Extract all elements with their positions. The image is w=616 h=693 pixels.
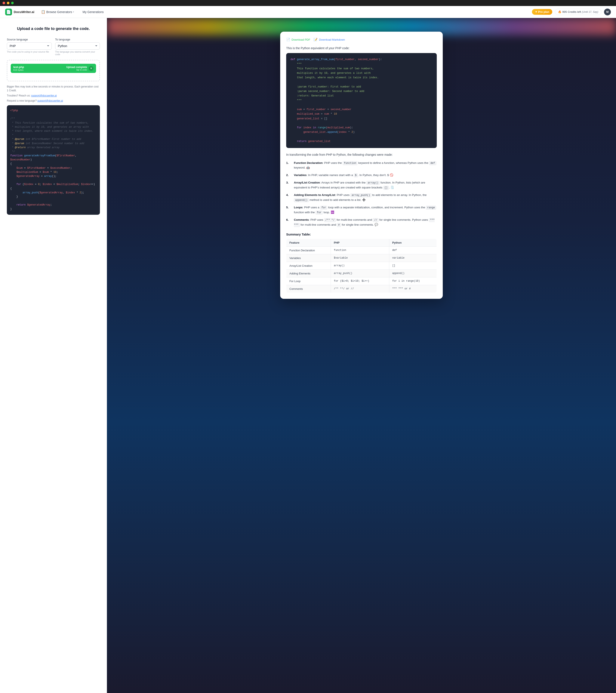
pro-plan-label: ✦ Pro plan xyxy=(535,10,549,14)
upload-complete-label: Upload complete xyxy=(66,66,87,69)
change-text-3: Array/List Creation: Arrays in PHP are c… xyxy=(294,180,437,190)
table-row: Variables $variable variable xyxy=(286,254,437,262)
page-title: Upload a code file to generate the code. xyxy=(7,26,100,31)
chevron-down-icon: ▾ xyxy=(73,11,74,13)
close-btn[interactable] xyxy=(3,2,5,4)
download-markdown-button[interactable]: 📝 Download Markdown xyxy=(314,38,345,41)
result-card: 📄 Download PDF 📝 Download Markdown This … xyxy=(280,32,443,299)
notice-credits: Bigger files may took a few seconds or m… xyxy=(7,85,100,93)
change-item-6: Comments: PHP uses /** */ for multi-line… xyxy=(286,218,437,227)
changes-list: Function Declaration: PHP uses the funct… xyxy=(286,161,437,227)
support-link-2[interactable]: support@docuwriter.ai xyxy=(37,99,63,102)
download-pdf-label: Download PDF xyxy=(292,38,310,41)
table-cell-python: [] xyxy=(389,262,437,270)
credits-until: (Until 17, Sep) xyxy=(582,11,598,14)
change-text-6: Comments: PHP uses /** */ for multi-line… xyxy=(294,218,437,227)
table-cell-feature: Comments xyxy=(286,285,331,293)
upload-file-row: test.php 616 bytes Upload complete tap t… xyxy=(11,64,96,73)
table-cell-feature: Adding Elements xyxy=(286,270,331,277)
summary-table: Feature PHP Python Function Declaration … xyxy=(286,239,437,293)
notice-new-language: Request a new language? support@docuwrit… xyxy=(7,99,100,103)
summary-label: Summary Table: xyxy=(286,233,437,236)
main-layout: Upload a code file to generate the code.… xyxy=(0,18,616,693)
maximize-btn[interactable] xyxy=(11,2,14,4)
upload-file-name: test.php xyxy=(13,65,24,69)
change-item-1: Function Declaration: PHP uses the funct… xyxy=(286,161,437,171)
upload-tap-label: tap to undo xyxy=(66,69,87,71)
fire-icon: 🔥 xyxy=(558,10,561,14)
table-cell-php: function xyxy=(331,246,389,254)
pdf-icon: 📄 xyxy=(286,38,290,41)
result-actions: 📄 Download PDF 📝 Download Markdown xyxy=(286,38,437,41)
my-generations-label: My Generations xyxy=(83,10,104,14)
minimize-btn[interactable] xyxy=(7,2,9,4)
upload-area[interactable]: test.php 616 bytes Upload complete tap t… xyxy=(7,60,100,81)
source-language-group: Source language PHP JavaScript Python Th… xyxy=(7,38,52,56)
result-description: This is the Python equivalent of your PH… xyxy=(286,46,437,51)
upload-status: Upload complete tap to undo ✕ xyxy=(66,66,94,71)
browse-icon: 📋 xyxy=(41,10,45,14)
table-cell-php: $variable xyxy=(331,254,389,262)
to-language-select[interactable]: Python JavaScript PHP xyxy=(55,42,100,50)
pro-plan-button[interactable]: ✦ Pro plan xyxy=(532,9,552,15)
change-text-2: Variables: In PHP, variable names start … xyxy=(294,173,393,178)
table-cell-php: for ($i=0; $i<10; $i++) xyxy=(331,277,389,285)
table-row: For Loop for ($i=0; $i<10; $i++) for i i… xyxy=(286,277,437,285)
change-item-2: Variables: In PHP, variable names start … xyxy=(286,173,437,178)
md-icon: 📝 xyxy=(314,38,318,41)
change-text-1: Function Declaration: PHP uses the funct… xyxy=(294,161,437,171)
browse-label: Browse Generators xyxy=(46,10,72,14)
change-item-5: Loops: PHP uses a for loop with a separa… xyxy=(286,205,437,215)
change-item-4: Adding Elements to Array/List: PHP uses … xyxy=(286,193,437,202)
source-code-block: <?php /** * This function calculates the… xyxy=(7,105,100,215)
table-cell-php: /** **/ or // xyxy=(331,285,389,293)
table-cell-feature: Array/List Creation xyxy=(286,262,331,270)
notice-support: Troubles? Reach us: support@docuwriter.a… xyxy=(7,94,100,98)
right-panel: 📄 Download PDF 📝 Download Markdown This … xyxy=(107,18,616,693)
to-language-hint: The language you wanna convert your code xyxy=(55,51,100,56)
support-link-1[interactable]: support@docuwriter.ai xyxy=(31,94,57,97)
upload-file-info: test.php 616 bytes xyxy=(13,65,24,71)
download-pdf-button[interactable]: 📄 Download PDF xyxy=(286,38,310,41)
credits-count: 995 Credits left xyxy=(562,10,581,14)
upload-remove-button[interactable]: ✕ xyxy=(89,66,94,71)
navbar-right: ✦ Pro plan 🔥 995 Credits left (Until 17,… xyxy=(532,8,611,15)
table-header-row: Feature PHP Python xyxy=(286,239,437,246)
python-code-block: def generate_array_from_sum(first_number… xyxy=(286,53,437,148)
table-row: Function Declaration function def xyxy=(286,246,437,254)
logo-text: DocuWriter.ai xyxy=(14,10,34,14)
table-row: Adding Elements array_push() append() xyxy=(286,270,437,277)
change-text-4: Adding Elements to Array/List: PHP uses … xyxy=(294,193,437,202)
table-cell-feature: Variables xyxy=(286,254,331,262)
upload-file-size: 616 bytes xyxy=(13,69,24,71)
table-header-python: Python xyxy=(389,239,437,246)
to-language-label: To language xyxy=(55,38,100,41)
logo[interactable]: 📄 DocuWriter.ai xyxy=(5,8,34,15)
table-cell-python: def xyxy=(389,246,437,254)
table-cell-php: array() xyxy=(331,262,389,270)
upload-status-text: Upload complete tap to undo xyxy=(66,66,87,71)
avatar-letter: M xyxy=(607,10,609,14)
table-cell-python: for i in range(10) xyxy=(389,277,437,285)
table-row: Comments /** **/ or // """ """ or # xyxy=(286,285,437,293)
source-language-select[interactable]: PHP JavaScript Python xyxy=(7,42,52,50)
change-item-3: Array/List Creation: Arrays in PHP are c… xyxy=(286,180,437,190)
transform-text: In transforming the code from PHP to Pyt… xyxy=(286,152,437,157)
change-text-5: Loops: PHP uses a for loop with a separa… xyxy=(294,205,437,215)
left-panel: Upload a code file to generate the code.… xyxy=(0,18,107,693)
titlebar xyxy=(0,0,616,6)
table-row: Array/List Creation array() [] xyxy=(286,262,437,270)
credits-button[interactable]: 🔥 995 Credits left (Until 17, Sep) xyxy=(555,9,601,15)
table-cell-feature: For Loop xyxy=(286,277,331,285)
avatar[interactable]: M xyxy=(604,8,611,15)
source-language-label: Source language xyxy=(7,38,52,41)
logo-icon: 📄 xyxy=(5,8,12,15)
download-md-label: Download Markdown xyxy=(319,38,345,41)
table-header-php: PHP xyxy=(331,239,389,246)
my-generations-nav[interactable]: My Generations xyxy=(81,9,105,15)
table-header-feature: Feature xyxy=(286,239,331,246)
table-cell-feature: Function Declaration xyxy=(286,246,331,254)
browse-generators-nav[interactable]: 📋 Browse Generators ▾ xyxy=(39,9,76,15)
source-language-hint: The code you're using in your source fil… xyxy=(7,51,52,53)
table-cell-python: append() xyxy=(389,270,437,277)
